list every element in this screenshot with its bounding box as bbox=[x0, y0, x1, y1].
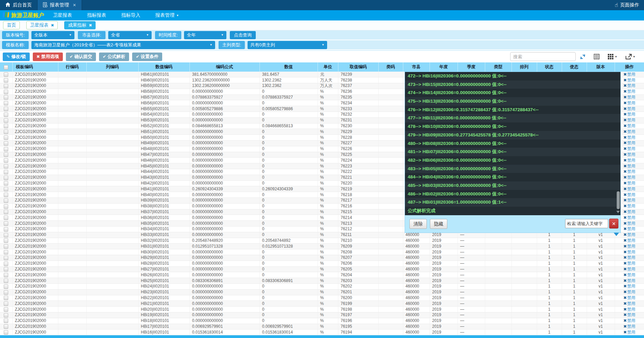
disable-row-link[interactable]: ✖禁用 bbox=[623, 78, 635, 83]
row-checkbox[interactable] bbox=[4, 101, 8, 105]
disable-row-link[interactable]: ✖禁用 bbox=[623, 101, 635, 105]
disable-row-link[interactable]: ✖禁用 bbox=[623, 112, 635, 117]
set-condition-button[interactable]: ✔设置条件 bbox=[132, 53, 162, 61]
disable-row-link[interactable]: ✖禁用 bbox=[623, 295, 635, 300]
template-select[interactable]: 海南旅游卫星账户（2019全省）——表2-专项核算成果▼ bbox=[31, 41, 215, 49]
console-close-button[interactable]: ✕ bbox=[609, 219, 618, 229]
row-checkbox[interactable] bbox=[4, 187, 8, 191]
row-checkbox[interactable] bbox=[4, 130, 8, 134]
nav-item-report-management[interactable]: 报表管理▼ bbox=[155, 12, 179, 18]
row-checkbox[interactable] bbox=[4, 124, 8, 128]
row-checkbox[interactable] bbox=[4, 118, 8, 123]
tab-home[interactable]: 首页 bbox=[3, 21, 20, 29]
row-checkbox[interactable] bbox=[4, 238, 8, 243]
row-checkbox[interactable] bbox=[4, 216, 8, 220]
disable-row-link[interactable]: ✖禁用 bbox=[623, 164, 635, 168]
row-checkbox[interactable] bbox=[4, 319, 8, 323]
row-checkbox[interactable] bbox=[4, 78, 8, 83]
row-checkbox[interactable] bbox=[4, 256, 8, 260]
disable-row-link[interactable]: ✖禁用 bbox=[623, 273, 635, 277]
disable-options-button[interactable]: ✖禁用选项 bbox=[33, 53, 63, 61]
disable-row-link[interactable]: ✖禁用 bbox=[623, 232, 635, 237]
disable-row-link[interactable]: ✖禁用 bbox=[623, 95, 635, 100]
row-checkbox[interactable] bbox=[4, 330, 8, 335]
disable-row-link[interactable]: ✖禁用 bbox=[623, 181, 635, 186]
row-checkbox[interactable] bbox=[4, 296, 8, 300]
disable-row-link[interactable]: ✖禁用 bbox=[623, 204, 635, 208]
list-view-icon[interactable] bbox=[594, 54, 600, 59]
disable-row-link[interactable]: ✖禁用 bbox=[623, 175, 635, 180]
row-checkbox[interactable] bbox=[4, 193, 8, 197]
row-checkbox[interactable] bbox=[4, 290, 8, 295]
row-checkbox[interactable] bbox=[4, 302, 8, 306]
disable-row-link[interactable]: ✖禁用 bbox=[623, 318, 635, 323]
version-select[interactable]: 全版本▼ bbox=[31, 31, 74, 39]
row-checkbox[interactable] bbox=[4, 324, 8, 329]
disable-row-link[interactable]: ✖禁用 bbox=[623, 209, 635, 214]
row-checkbox[interactable] bbox=[4, 135, 8, 140]
disable-row-link[interactable]: ✖禁用 bbox=[623, 278, 635, 283]
disable-row-link[interactable]: ✖禁用 bbox=[623, 106, 635, 111]
disable-row-link[interactable]: ✖禁用 bbox=[623, 215, 635, 220]
row-checkbox[interactable] bbox=[4, 90, 8, 94]
row-checkbox[interactable] bbox=[4, 221, 8, 226]
row-checkbox[interactable] bbox=[4, 267, 8, 271]
nav-item-indicator-import[interactable]: 指标导入 bbox=[121, 12, 140, 18]
row-checkbox[interactable] bbox=[4, 284, 8, 289]
disable-row-link[interactable]: ✖禁用 bbox=[623, 330, 635, 335]
disable-row-link[interactable]: ✖禁用 bbox=[623, 284, 635, 289]
disable-row-link[interactable]: ✖禁用 bbox=[623, 158, 635, 163]
disable-row-link[interactable]: ✖禁用 bbox=[623, 221, 635, 226]
console-hide-button[interactable]: 隐藏 bbox=[430, 219, 447, 229]
row-checkbox[interactable] bbox=[4, 307, 8, 312]
console-scrollbar-thumb[interactable] bbox=[617, 191, 620, 209]
modify-lock-button[interactable]: ✎修改/锁 bbox=[3, 53, 30, 61]
disable-row-link[interactable]: ✖禁用 bbox=[623, 135, 635, 140]
columns-grid-icon[interactable]: ▼ bbox=[608, 54, 617, 59]
city-select[interactable]: 全省▼ bbox=[108, 31, 152, 39]
nav-item-satellite-report[interactable]: 卫星报表 bbox=[53, 12, 72, 18]
disable-row-link[interactable]: ✖禁用 bbox=[623, 146, 635, 151]
page-operations[interactable]: ☝ 页面操作 bbox=[610, 0, 644, 10]
disable-row-link[interactable]: ✖禁用 bbox=[623, 255, 635, 260]
coltype-select[interactable]: 共有0类主列▼ bbox=[248, 41, 327, 49]
row-checkbox[interactable] bbox=[4, 107, 8, 111]
disable-row-link[interactable]: ✖禁用 bbox=[623, 198, 635, 203]
row-checkbox[interactable] bbox=[4, 181, 8, 186]
tab-result-indicators[interactable]: 成果指标 ✖ bbox=[64, 21, 96, 29]
query-button[interactable]: 点击查询 bbox=[230, 31, 256, 39]
row-checkbox[interactable] bbox=[4, 313, 8, 318]
row-checkbox[interactable] bbox=[4, 204, 8, 209]
row-checkbox[interactable] bbox=[4, 279, 8, 283]
disable-row-link[interactable]: ✖禁用 bbox=[623, 123, 635, 128]
time-select[interactable]: 全年▼ bbox=[184, 31, 226, 39]
row-checkbox[interactable] bbox=[4, 158, 8, 163]
disable-row-link[interactable]: ✖禁用 bbox=[623, 192, 635, 197]
row-checkbox[interactable] bbox=[4, 199, 8, 203]
row-checkbox[interactable] bbox=[4, 95, 8, 100]
confirm-submit-button[interactable]: ✔确认提交 bbox=[66, 53, 96, 61]
select-all-checkbox[interactable] bbox=[4, 65, 8, 70]
row-checkbox[interactable] bbox=[4, 170, 8, 174]
disable-row-link[interactable]: ✖禁用 bbox=[623, 261, 635, 266]
refresh-icon[interactable] bbox=[580, 54, 586, 60]
disable-row-link[interactable]: ✖禁用 bbox=[623, 187, 635, 191]
disable-row-link[interactable]: ✖禁用 bbox=[623, 129, 635, 134]
disable-row-link[interactable]: ✖禁用 bbox=[623, 83, 635, 88]
disable-row-link[interactable]: ✖禁用 bbox=[623, 244, 635, 249]
disable-row-link[interactable]: ✖禁用 bbox=[623, 312, 635, 317]
disable-row-link[interactable]: ✖禁用 bbox=[623, 72, 635, 77]
disable-row-link[interactable]: ✖禁用 bbox=[623, 324, 635, 329]
scroll-down-arrow-icon[interactable] bbox=[616, 211, 620, 213]
disable-row-link[interactable]: ✖禁用 bbox=[623, 141, 635, 145]
tab-satellite-report[interactable]: 卫星报表 ✖ bbox=[26, 21, 58, 29]
row-checkbox[interactable] bbox=[4, 72, 8, 77]
disable-row-link[interactable]: ✖禁用 bbox=[623, 89, 635, 94]
close-tab-icon[interactable]: ✕ bbox=[73, 3, 76, 8]
row-checkbox[interactable] bbox=[4, 244, 8, 249]
disable-row-link[interactable]: ✖禁用 bbox=[623, 290, 635, 294]
console-clear-button[interactable]: 清除 bbox=[409, 219, 427, 229]
formula-parse-button[interactable]: ✔公式解析 bbox=[99, 53, 129, 61]
row-checkbox[interactable] bbox=[4, 164, 8, 168]
close-icon[interactable]: ✖ bbox=[51, 23, 54, 28]
